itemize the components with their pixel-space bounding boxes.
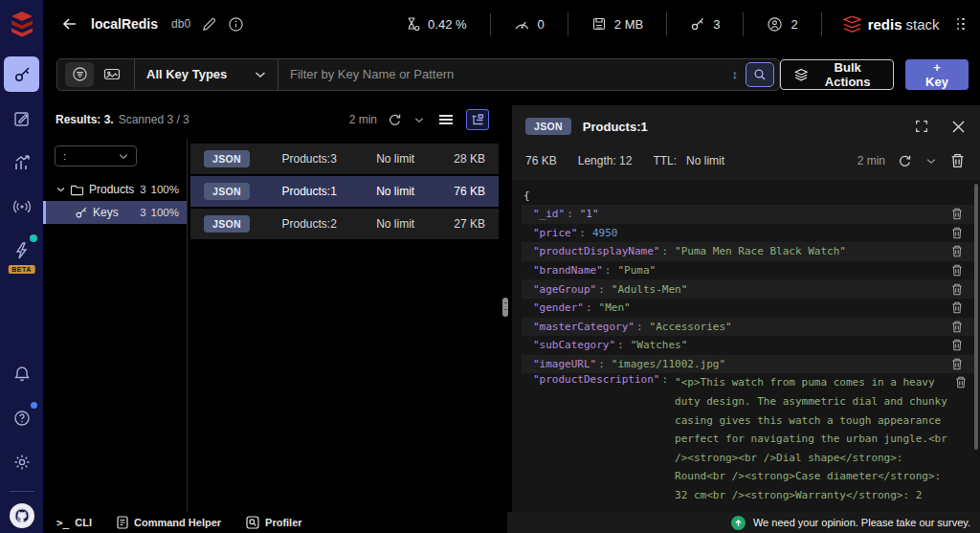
key-name-title[interactable]: Products:1 — [583, 120, 648, 134]
key-ttl: No limit — [355, 185, 435, 198]
cli-button[interactable]: >_ CLI — [56, 517, 92, 529]
refresh-options-chevron-icon[interactable] — [412, 115, 426, 125]
delete-field-icon[interactable] — [947, 376, 967, 389]
json-value[interactable]: "images/11002.jpg" — [612, 358, 725, 370]
notifications-bell-icon[interactable] — [4, 356, 39, 391]
github-icon[interactable] — [4, 498, 39, 533]
cli-label: CLI — [75, 517, 92, 528]
search-icon[interactable] — [746, 62, 774, 87]
sidebar-item-workbench[interactable] — [4, 100, 39, 136]
search-by-values-icon[interactable] — [98, 62, 126, 87]
json-key[interactable]: "masterCategory" — [533, 321, 635, 333]
notification-dot — [30, 234, 37, 242]
last-refresh-label: 2 min — [858, 154, 885, 167]
cpu-usage-icon — [405, 16, 420, 32]
info-icon[interactable] — [228, 16, 244, 33]
tree-node-products[interactable]: Products 3 100% — [43, 178, 187, 201]
overflow-menu-icon[interactable] — [953, 14, 969, 34]
profiler-button[interactable]: Profiler — [246, 516, 302, 529]
sidebar-item-analytics[interactable] — [4, 144, 39, 180]
delimiter-value: : — [63, 150, 66, 162]
chevron-down-icon — [119, 153, 128, 160]
delimiter-select[interactable]: : — [55, 145, 137, 167]
scrollbar[interactable] — [974, 184, 978, 450]
layers-icon — [794, 67, 808, 82]
sort-icon[interactable]: ↕ — [724, 67, 746, 81]
bottom-bar: >_ CLI Command Helper Profiler We need y… — [43, 512, 980, 533]
delete-field-icon[interactable] — [944, 245, 963, 257]
survey-banner[interactable]: We need your opinion. Please take our su… — [507, 512, 980, 533]
close-icon[interactable] — [950, 119, 967, 135]
edit-pencil-icon[interactable] — [202, 17, 216, 32]
key-list: JSON Products:3 No limit 28 KB JSON Prod… — [188, 139, 499, 512]
key-search-input[interactable] — [278, 59, 724, 90]
json-value[interactable]: 4950 — [592, 227, 618, 239]
json-value[interactable]: "Watches" — [631, 339, 688, 351]
key-name: Products:3 — [263, 152, 355, 166]
delete-field-icon[interactable] — [944, 339, 963, 351]
key-type-select[interactable]: All Key Types — [134, 59, 278, 90]
key-row[interactable]: JSON Products:3 No limit 28 KB — [190, 144, 499, 174]
commands-metric: 0 — [490, 13, 568, 35]
pattern-filter-icon[interactable] — [65, 62, 94, 87]
sidebar-item-browser[interactable] — [4, 56, 39, 92]
delete-key-icon[interactable] — [948, 151, 967, 170]
key-type-badge: JSON — [525, 118, 571, 135]
back-arrow-icon[interactable] — [56, 11, 83, 37]
delete-field-icon[interactable] — [944, 301, 963, 314]
json-key[interactable]: "imageURL" — [533, 358, 596, 370]
bulk-actions-label: Bulk Actions — [815, 60, 880, 89]
delete-field-icon[interactable] — [944, 264, 963, 277]
redis-stack-logo: redis stack — [821, 12, 953, 36]
key-icon — [75, 206, 88, 219]
json-value[interactable]: "<p>This watch from puma comes in a heav… — [675, 373, 947, 504]
key-row[interactable]: JSON Products:2 No limit 27 KB — [190, 209, 499, 239]
json-key[interactable]: "subCategory" — [533, 339, 615, 351]
details-meta: 76 KB Length: 12 TTL: No limit 2 min — [512, 144, 980, 180]
clients-metric: 2 — [743, 12, 820, 36]
redis-stack-icon — [843, 16, 861, 33]
json-key[interactable]: "price" — [533, 227, 577, 239]
json-field-row: "ageGroup" : "Adults-Men" — [522, 279, 974, 299]
refresh-icon[interactable] — [896, 152, 914, 170]
json-key[interactable]: "productDisplayName" — [533, 245, 659, 257]
json-key[interactable]: "_id" — [533, 208, 565, 220]
delete-field-icon[interactable] — [944, 321, 963, 333]
key-size: 28 KB — [435, 152, 485, 166]
json-key[interactable]: "productDescription" — [533, 373, 659, 386]
tree-node-keys[interactable]: Keys 3 100% — [43, 201, 187, 224]
refresh-options-chevron-icon[interactable] — [924, 156, 938, 167]
delete-field-icon[interactable] — [944, 358, 963, 370]
bulk-actions-button[interactable]: Bulk Actions — [780, 59, 894, 90]
last-refresh-label: 2 min — [349, 113, 377, 126]
sidebar-item-triggers-functions[interactable]: BETA — [4, 233, 39, 268]
help-icon[interactable] — [4, 400, 39, 435]
json-value[interactable]: "Adults-Men" — [612, 283, 687, 296]
refresh-icon[interactable] — [386, 111, 404, 129]
command-helper-button[interactable]: Command Helper — [117, 516, 221, 529]
browser-content: Results: 3. Scanned 3 / 3 2 min — [43, 100, 980, 512]
tree-node-percent: 100% — [151, 207, 179, 218]
json-value[interactable]: "Men" — [599, 301, 631, 314]
key-row-selected[interactable]: JSON Products:1 No limit 76 KB — [190, 176, 499, 207]
delete-field-icon[interactable] — [944, 208, 963, 220]
tree-view-toggle[interactable] — [466, 109, 489, 130]
settings-gear-icon[interactable] — [4, 444, 39, 479]
ttl-value[interactable]: No limit — [686, 154, 724, 167]
delete-field-icon[interactable] — [944, 283, 963, 296]
json-value[interactable]: "Puma" — [617, 264, 656, 277]
sidebar-item-pubsub[interactable] — [4, 189, 39, 224]
json-value[interactable]: "1" — [580, 208, 599, 220]
json-key[interactable]: "ageGroup" — [533, 283, 596, 296]
list-view-toggle[interactable] — [434, 109, 457, 130]
delete-field-icon[interactable] — [944, 227, 963, 239]
json-value[interactable]: "Puma Men Race Black Watch" — [675, 245, 846, 257]
chevron-down-icon — [255, 71, 266, 78]
add-key-button[interactable]: + Key — [905, 59, 969, 90]
resize-handle[interactable] — [502, 298, 508, 317]
json-value[interactable]: "Accessories" — [650, 321, 732, 333]
keys-value: 3 — [713, 17, 720, 32]
json-key[interactable]: "brandName" — [533, 264, 603, 277]
fullscreen-icon[interactable] — [912, 117, 931, 136]
json-key[interactable]: "gender" — [533, 301, 584, 314]
